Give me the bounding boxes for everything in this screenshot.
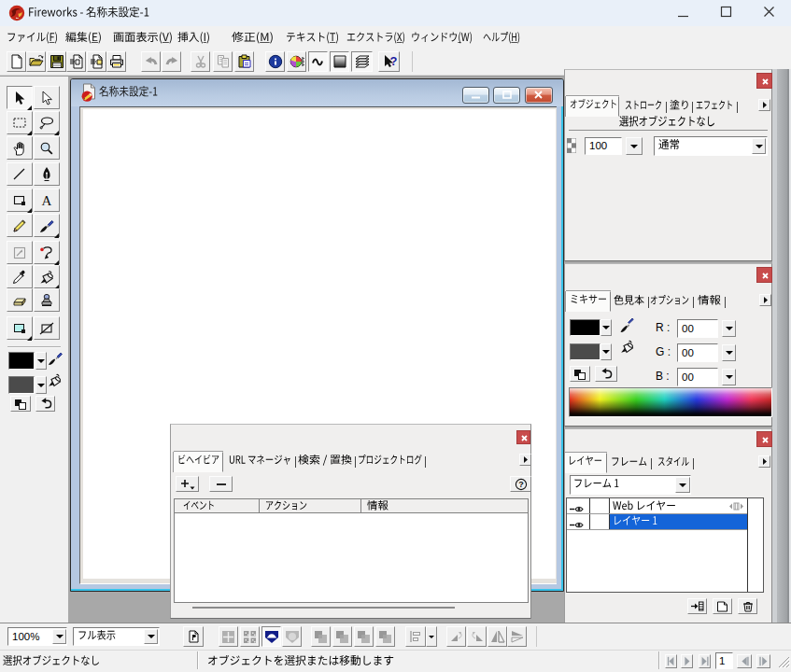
svg-text:?: ? — [518, 480, 524, 489]
svg-text:?: ? — [389, 54, 397, 68]
